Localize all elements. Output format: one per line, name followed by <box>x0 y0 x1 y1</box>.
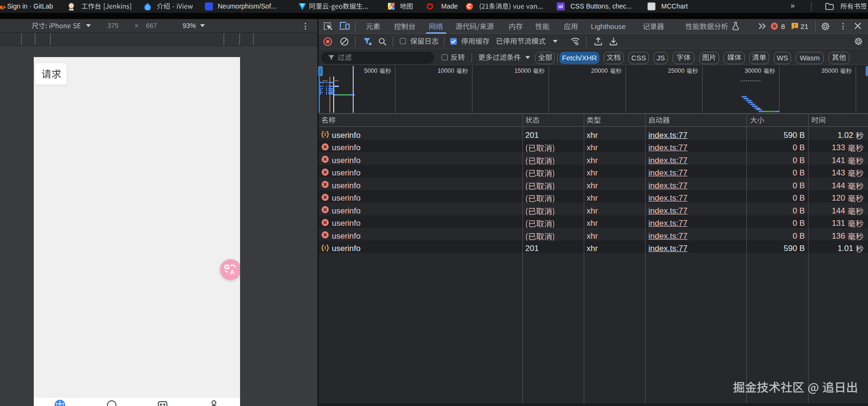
svg-text:A: A <box>230 269 235 275</box>
